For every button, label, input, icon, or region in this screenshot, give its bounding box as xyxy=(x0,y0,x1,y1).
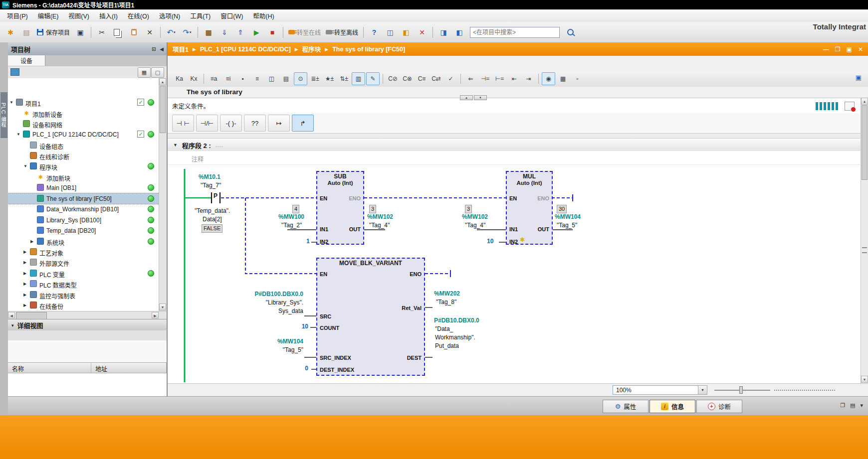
edge-memory-operand[interactable]: "Temp_data". xyxy=(195,207,230,214)
open-branch-icon[interactable]: ↦ xyxy=(268,115,290,132)
pin-out[interactable]: OUT xyxy=(538,226,549,232)
operand-table-icon[interactable]: ≡a xyxy=(207,72,220,85)
expander-icon[interactable]: ▶ xyxy=(23,282,26,286)
operand-info-icon[interactable]: ≡i xyxy=(221,72,235,85)
menu-online[interactable]: 在线(O) xyxy=(123,9,154,22)
compare-offline-icon[interactable]: ⇐ xyxy=(464,72,477,85)
copy-icon[interactable] xyxy=(110,25,125,39)
operand-name[interactable]: "Tag_4" xyxy=(465,222,485,229)
menu-insert[interactable]: 插入(I) xyxy=(94,9,123,22)
constant-value[interactable]: 1 xyxy=(306,238,310,245)
insert-branch-icon[interactable]: ⇅± xyxy=(337,72,351,85)
mul-block[interactable]: MUL Auto (Int) EN ENO IN1 IN2 OUT xyxy=(506,171,553,245)
monitor-value-false[interactable]: FALSE xyxy=(202,224,222,233)
pin-en[interactable]: EN xyxy=(320,195,327,201)
comment-toggle-icon[interactable]: ⊙ xyxy=(294,72,307,85)
constant-value[interactable]: 10 xyxy=(487,238,493,245)
close-branch-icon[interactable]: ↱ xyxy=(292,115,314,132)
new-project-icon[interactable]: ✱ xyxy=(3,25,18,39)
editor-vertical-scrollbar[interactable]: ▲ ▼ xyxy=(861,98,868,383)
device-view-icon[interactable] xyxy=(10,68,19,76)
tab-info[interactable]: i 信息 xyxy=(650,400,695,413)
menu-edit[interactable]: 编辑(E) xyxy=(33,9,64,22)
operand-name[interactable]: Sys_data xyxy=(237,307,303,314)
network-overview-icon[interactable]: ≡ xyxy=(250,72,264,85)
expander-icon[interactable]: ▶ xyxy=(23,260,26,265)
tree-item-plc-tags[interactable]: ▶ PLC 变量 xyxy=(8,268,159,279)
print-icon[interactable]: ▣ xyxy=(73,25,88,39)
column-name[interactable]: 名称 xyxy=(8,363,91,373)
pin-eno[interactable]: ENO xyxy=(349,195,361,201)
tree-item-device-config[interactable]: 设备组态 xyxy=(8,140,159,151)
detail-window-icon[interactable]: ▢ xyxy=(151,67,164,78)
split-vertical-icon[interactable]: ▤ xyxy=(279,72,293,85)
scroll-left-icon[interactable]: ◀ xyxy=(8,312,15,318)
operand-name[interactable]: "Data_ xyxy=(435,325,453,332)
maximize-editor-icon[interactable]: ▣ xyxy=(853,73,864,83)
constant-value[interactable]: 0 xyxy=(288,365,308,372)
edge-contact-label[interactable]: P xyxy=(214,192,217,199)
tree-item-main-ob1[interactable]: Main [OB1] xyxy=(8,182,159,193)
tab-diagnostics[interactable]: + 诊断 xyxy=(696,400,742,413)
window-split-icon[interactable]: ◫ xyxy=(383,25,398,39)
empty-box-icon[interactable]: ?? xyxy=(244,115,266,132)
checkbox-icon[interactable]: ✓ xyxy=(137,99,144,106)
go-online-button[interactable]: 转至在线 xyxy=(286,25,323,39)
tab-properties[interactable]: ⚙ 属性 xyxy=(603,400,649,413)
undo-button[interactable]: ↶▾ xyxy=(164,25,179,39)
pin-src-index[interactable]: SRC_INDEX xyxy=(320,355,351,361)
pin-ret-val[interactable]: Ret_Val xyxy=(402,305,422,311)
pin-in2[interactable]: IN2 xyxy=(320,239,328,245)
checkbox-icon[interactable]: ✓ xyxy=(137,131,144,138)
operand-address[interactable]: %M10.1 xyxy=(199,173,220,180)
consistency-check-icon[interactable]: ✓ xyxy=(444,72,457,85)
tree-item-add-device[interactable]: ✱ 添加新设备 xyxy=(8,108,159,119)
chevron-down-icon[interactable]: ▾ xyxy=(860,402,863,409)
panel-menu-icon[interactable]: ▤ xyxy=(850,402,855,409)
list-view-icon[interactable]: ▦ xyxy=(138,67,151,78)
cross-reference-icon[interactable]: C⇄ xyxy=(430,72,443,85)
expander-icon[interactable]: ▶ xyxy=(23,250,26,254)
slider-thumb[interactable] xyxy=(739,386,743,394)
restore-panel-icon[interactable]: ❐ xyxy=(840,402,845,409)
tree-item-watch-tables[interactable]: ▶ 监控与强制表 xyxy=(8,290,159,300)
jump-previous-icon[interactable]: ⇤ xyxy=(507,72,521,85)
operand-name[interactable]: "Tag_7" xyxy=(201,182,221,189)
monitor-value[interactable]: 3 xyxy=(369,205,376,213)
zoom-slider[interactable] xyxy=(714,386,770,394)
operand-address[interactable]: %MW102 xyxy=(462,213,488,220)
detail-view-header[interactable]: ▾ 详细视图 xyxy=(8,319,167,331)
operand-address[interactable]: %MW202 xyxy=(434,290,460,297)
collapse-panel-icon[interactable]: ◀ xyxy=(160,46,164,52)
tree-item-plc-datatypes[interactable]: ▶ PLC 数据类型 xyxy=(8,279,159,289)
ladder-canvas[interactable]: SUB Auto (Int) EN ENO IN1 IN2 OUT MUL Au… xyxy=(168,165,861,383)
empty-box-icon[interactable]: ▥ xyxy=(352,72,365,85)
operand-name[interactable]: "Tag_2" xyxy=(281,222,302,229)
scroll-up-icon[interactable]: ▲ xyxy=(159,78,166,85)
breadcrumb-project[interactable]: 项目1 xyxy=(173,44,189,54)
window-dock-icon[interactable]: ◧ xyxy=(399,25,414,39)
insert-network-icon[interactable]: ≣± xyxy=(308,72,322,85)
symbolic-operands-icon[interactable]: Kx xyxy=(187,72,201,85)
chevron-down-icon[interactable]: ▼ xyxy=(698,386,707,394)
operand-address[interactable]: %MW100 xyxy=(278,213,304,220)
tree-item-program-blocks[interactable]: ▼ 程序块 xyxy=(8,161,159,171)
pin-en[interactable]: EN xyxy=(509,195,517,201)
scroll-down-icon[interactable]: ▼ xyxy=(861,376,868,383)
pin-dest[interactable]: DEST xyxy=(407,355,422,361)
move-blk-variant-block[interactable]: MOVE_BLK_VARIANT EN ENO SRC COUNT SRC_IN… xyxy=(316,258,425,376)
operand-name[interactable]: "Tag_5" xyxy=(240,346,303,353)
delete-icon[interactable]: ✕ xyxy=(142,25,157,39)
monitor-value[interactable]: 4 xyxy=(292,205,299,213)
network-comment[interactable]: 注释 xyxy=(168,151,861,165)
operand-name[interactable]: "Tag_8" xyxy=(436,299,456,306)
sequence-insert-icon[interactable]: ⊣= xyxy=(478,72,492,85)
tree-item-add-block[interactable]: ✱ 添加新块 xyxy=(8,172,159,182)
tree-item-project[interactable]: ▼ 项目1 ✓ xyxy=(8,97,159,108)
pin-out[interactable]: OUT xyxy=(349,226,361,232)
tree-item-online-diag[interactable]: 在线和诊断 xyxy=(8,151,159,161)
scroll-right-icon[interactable]: ▶ xyxy=(152,312,159,318)
auto-collapse-icon[interactable]: ⊡ xyxy=(152,46,156,52)
pin-en[interactable]: EN xyxy=(320,271,327,277)
operand-name[interactable]: "Library_Sys". xyxy=(237,299,303,306)
